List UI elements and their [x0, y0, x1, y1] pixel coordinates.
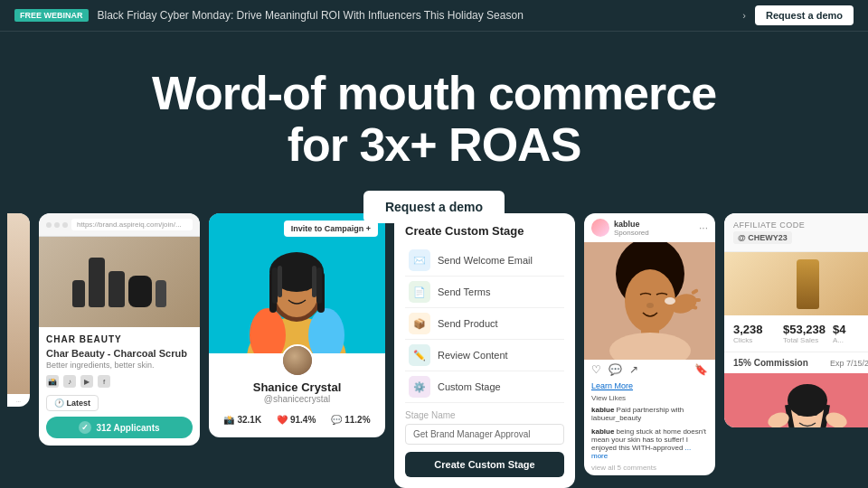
engagement-rate: 91.4% — [290, 415, 316, 425]
svg-point-31 — [788, 384, 827, 417]
terms-icon: 📄 — [409, 281, 430, 303]
clicks-value: 3,238 — [733, 323, 783, 336]
influencer-profile: Shanice Crystal @shanicecrystal 📸 32.1K … — [209, 353, 385, 437]
avatar-image — [283, 346, 312, 375]
stage-name-label: Stage Name — [405, 410, 564, 420]
svg-rect-12 — [316, 267, 322, 304]
svg-rect-14 — [312, 266, 316, 297]
comment-rate: 11.2% — [344, 415, 370, 425]
hero-section: Word-of mouth commerce for 3x+ ROAS Requ… — [0, 32, 868, 250]
stat-followers: 📸 32.1K — [223, 415, 261, 425]
sales-label: Total Sales — [783, 336, 833, 344]
influencer-name: Shanice Crystal — [216, 380, 378, 394]
followers-count: 32.1K — [237, 415, 261, 425]
custom-stage-card: Create Custom Stage ✉️ Send Welcome Emai… — [394, 213, 575, 488]
bottle-3 — [108, 271, 125, 307]
extra-label: A... — [833, 336, 868, 344]
card-body: CHAR BEAUTY Char Beauty - Charcoal Scrub… — [39, 327, 200, 446]
custom-icon: ⚙️ — [409, 376, 430, 398]
stat-engagement: ❤️ 91.4% — [277, 415, 316, 425]
svg-rect-13 — [278, 266, 282, 297]
stage-review-label: Review Content — [438, 350, 508, 361]
product-icon: 📦 — [409, 313, 430, 334]
bottle-1 — [72, 280, 85, 307]
commission-rate: 15% Commission — [733, 358, 808, 368]
email-icon: ✉️ — [409, 249, 430, 271]
affiliate-footer: 15% Commission Exp 7/15/2023 — [724, 352, 868, 373]
stat-comments: 💬 11.2% — [331, 415, 370, 425]
affiliate-stats: 3,238 Clicks $53,238 Total Sales $4 A... — [724, 315, 868, 352]
stage-terms-label: Send Terms — [438, 286, 491, 297]
product-bottles — [72, 258, 166, 307]
post-image — [584, 242, 715, 360]
post-image-svg — [584, 242, 715, 360]
affiliate-product-image — [724, 252, 868, 315]
post-actions: ♡ 💬 ↗ 🔖 — [584, 360, 715, 380]
youtube-icon: ▶ — [80, 375, 93, 388]
webinar-badge: FREE WEBINAR — [14, 9, 89, 22]
extra-stat: $4 A... — [833, 323, 868, 344]
banner-text: Black Friday Cyber Monday: Drive Meaning… — [98, 9, 734, 22]
stage-review-content[interactable]: ✏️ Review Content — [405, 340, 564, 371]
comment-icon[interactable]: 💬 — [609, 363, 622, 376]
instagram-stat-icon: 📸 — [223, 415, 234, 425]
product-name: Char Beauty - Charcoal Scrub — [46, 348, 193, 359]
stage-send-terms[interactable]: 📄 Send Terms — [405, 277, 564, 308]
cards-row: ... https://brand.aspireiq.com/join/... … — [0, 213, 868, 488]
view-likes[interactable]: View Likes — [584, 392, 715, 404]
stage-custom[interactable]: ⚙️ Custom Stage — [405, 371, 564, 403]
post-comment2: kablue being stuck at home doesn't mean … — [584, 426, 715, 462]
facebook-icon: f — [98, 375, 110, 388]
amber-bottle — [797, 259, 819, 309]
influencer-stats: 📸 32.1K ❤️ 91.4% 💬 11.2% — [216, 409, 378, 430]
view-all-comments[interactable]: view all 5 comments — [584, 462, 715, 475]
applicants-count: 312 Applicants — [96, 423, 159, 433]
stage-product-label: Send Product — [438, 318, 498, 329]
clicks-label: Clicks — [733, 336, 783, 344]
sales-value: $53,238 — [783, 323, 833, 336]
influencer-handle: @shanicecrystal — [216, 394, 378, 404]
review-icon: ✏️ — [409, 344, 430, 366]
sales-stat: $53,238 Total Sales — [783, 323, 833, 344]
hero-cta-button[interactable]: Request a demo — [363, 191, 505, 223]
hero-line2: for 3x+ ROAS — [288, 118, 581, 171]
like-icon[interactable]: ♡ — [591, 363, 601, 376]
stage-send-product[interactable]: 📦 Send Product — [405, 308, 564, 340]
heart-stat-icon: ❤️ — [277, 415, 288, 425]
brand-name: CHAR BEAUTY — [46, 334, 193, 344]
social-icons: 📸 ♪ ▶ f — [46, 375, 193, 388]
banner-arrow[interactable]: › — [742, 10, 746, 21]
banner-cta-button[interactable]: Request a demo — [755, 5, 854, 25]
bottle-4 — [128, 276, 152, 307]
instagram-icon: 📸 — [46, 375, 59, 388]
clicks-stat: 3,238 Clicks — [733, 323, 783, 344]
svg-point-24 — [665, 297, 675, 305]
svg-rect-22 — [693, 298, 701, 302]
comment2-user: kablue — [591, 427, 617, 436]
svg-point-25 — [646, 303, 654, 308]
social-post-card: kablue Sponsored ··· — [584, 213, 715, 475]
influencer-avatar — [281, 344, 314, 377]
stage-custom-label: Custom Stage — [438, 381, 501, 392]
expiry-date: Exp 7/15/2023 — [830, 359, 868, 368]
person-preview — [724, 373, 868, 427]
bottle-2 — [89, 258, 105, 307]
share-icon[interactable]: ↗ — [629, 363, 638, 376]
bookmark-icon[interactable]: 🔖 — [694, 363, 708, 376]
learn-more-link[interactable]: Learn More — [584, 380, 715, 392]
top-banner: FREE WEBINAR Black Friday Cyber Monday: … — [0, 0, 868, 32]
tiktok-icon: ♪ — [63, 375, 76, 388]
latest-filter-button[interactable]: 🕐 Latest — [46, 395, 99, 411]
check-icon: ✓ — [79, 421, 91, 434]
product-desc: Better ingredients, better skin. — [46, 361, 193, 370]
comment-username: kablue — [591, 406, 614, 414]
hero-title: Word-of mouth commerce for 3x+ ROAS — [18, 68, 850, 171]
comment-stat-icon: 💬 — [331, 415, 342, 425]
extra-value: $4 — [833, 323, 868, 336]
create-stage-button[interactable]: Create Custom Stage — [405, 452, 564, 477]
stage-name-input[interactable] — [405, 424, 564, 445]
svg-rect-11 — [272, 267, 278, 304]
applicants-badge: ✓ 312 Applicants — [46, 417, 193, 438]
hero-line1: Word-of mouth commerce — [152, 67, 716, 119]
bottle-5 — [156, 280, 166, 307]
